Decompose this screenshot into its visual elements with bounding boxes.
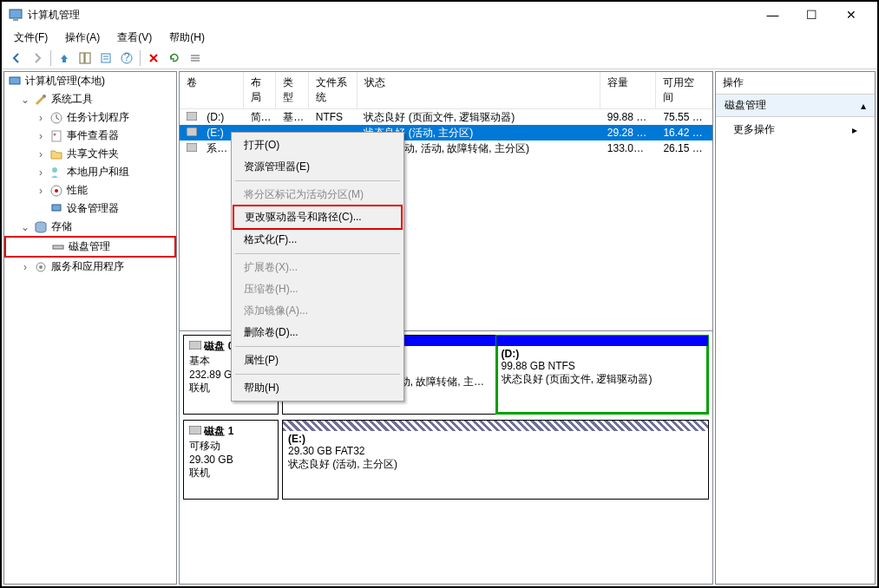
- list-icon: [189, 52, 201, 64]
- partition-e[interactable]: (E:) 29.30 GB FAT32 状态良好 (活动, 主分区): [283, 421, 708, 499]
- svg-rect-16: [52, 131, 61, 141]
- tree-task-scheduler[interactable]: ›任务计划程序: [4, 108, 176, 127]
- actions-more[interactable]: 更多操作 ▸: [716, 117, 875, 142]
- ctx-open[interactable]: 打开(O): [233, 134, 402, 156]
- ctx-format[interactable]: 格式化(F)...: [233, 229, 402, 251]
- ctx-help[interactable]: 帮助(H): [233, 377, 402, 399]
- disk-info[interactable]: 磁盘 1 可移动 29.30 GB 联机: [183, 420, 279, 500]
- drive-icon: [187, 143, 197, 152]
- ctx-extend: 扩展卷(X)...: [233, 257, 402, 278]
- disk-icon: [189, 426, 201, 434]
- tree-services-apps[interactable]: ›服务和应用程序: [4, 258, 176, 276]
- perf-icon: [49, 184, 63, 198]
- actions-header: 操作: [716, 72, 875, 95]
- disk-icon: [189, 341, 201, 350]
- event-icon: [49, 129, 63, 143]
- col-status[interactable]: 状态: [358, 72, 600, 108]
- tree-system-tools[interactable]: ⌄ 系统工具: [4, 90, 176, 108]
- forward-button[interactable]: [28, 49, 47, 68]
- delete-x-icon: [148, 52, 160, 64]
- svg-rect-30: [189, 426, 201, 434]
- svg-rect-2: [62, 59, 66, 62]
- volume-list-header: 卷 布局 类型 文件系统 状态 容量 可用空间: [180, 72, 712, 109]
- svg-point-17: [54, 133, 56, 135]
- titlebar: 计算机管理 — ☐ ✕: [2, 2, 877, 28]
- tree-disk-management[interactable]: 磁盘管理: [4, 236, 176, 258]
- toolbar: ?: [2, 47, 877, 69]
- ctx-mark-active: 将分区标记为活动分区(M): [233, 184, 402, 206]
- col-filesystem[interactable]: 文件系统: [309, 72, 358, 108]
- col-volume[interactable]: 卷: [180, 72, 244, 108]
- back-button[interactable]: [7, 49, 26, 68]
- folder-share-icon: [49, 147, 63, 161]
- ctx-delete-volume[interactable]: 删除卷(D)...: [233, 322, 402, 343]
- col-layout[interactable]: 布局: [244, 72, 277, 108]
- device-icon: [49, 202, 63, 216]
- clock-icon: [49, 111, 63, 125]
- menu-view[interactable]: 查看(V): [110, 29, 159, 47]
- minimize-button[interactable]: —: [753, 2, 792, 28]
- svg-rect-21: [52, 205, 61, 211]
- svg-rect-26: [187, 112, 197, 121]
- forward-icon: [31, 52, 43, 64]
- svg-rect-23: [53, 245, 63, 249]
- svg-point-25: [39, 265, 43, 269]
- drive-icon: [187, 112, 197, 121]
- refresh-button[interactable]: [165, 49, 184, 68]
- help-button[interactable]: ?: [117, 49, 136, 68]
- svg-rect-4: [85, 53, 90, 63]
- expander-icon[interactable]: ⌄: [20, 221, 30, 233]
- menubar: 文件(F) 操作(A) 查看(V) 帮助(H): [2, 28, 877, 47]
- tree-root[interactable]: 计算机管理(本地): [4, 72, 176, 90]
- volume-row[interactable]: (D:) 简单 基本 NTFS 状态良好 (页面文件, 逻辑驱动器) 99.88…: [180, 109, 712, 125]
- partition-header-bar: [496, 336, 709, 346]
- tree-shared-folders[interactable]: ›共享文件夹: [4, 145, 176, 163]
- properties-icon: [100, 52, 112, 64]
- tree-event-viewer[interactable]: ›事件查看器: [4, 127, 176, 145]
- computer-management-window: 计算机管理 — ☐ ✕ 文件(F) 操作(A) 查看(V) 帮助(H) ? 计算…: [0, 0, 879, 588]
- svg-rect-1: [13, 19, 18, 21]
- up-button[interactable]: [55, 49, 74, 68]
- svg-point-14: [43, 95, 46, 98]
- svg-rect-27: [187, 127, 197, 136]
- menu-help[interactable]: 帮助(H): [162, 29, 212, 47]
- properties-button[interactable]: [96, 49, 115, 68]
- col-capacity[interactable]: 容量: [600, 72, 657, 108]
- tree-local-users[interactable]: ›本地用户和组: [4, 163, 176, 181]
- menu-file[interactable]: 文件(F): [7, 29, 55, 47]
- show-hide-tree-icon: [79, 52, 91, 64]
- list-view-button[interactable]: [186, 49, 205, 68]
- delete-button[interactable]: [144, 49, 163, 68]
- up-icon: [58, 52, 70, 64]
- svg-rect-3: [80, 53, 84, 63]
- tree-storage[interactable]: ⌄存储: [4, 218, 176, 236]
- actions-disk-management[interactable]: 磁盘管理 ▴: [716, 95, 875, 117]
- maximize-button[interactable]: ☐: [792, 2, 831, 28]
- app-icon: [9, 8, 23, 22]
- disk-mgmt-icon: [51, 240, 65, 254]
- tree-device-manager[interactable]: 设备管理器: [4, 199, 176, 218]
- storage-icon: [34, 220, 48, 234]
- tree-performance[interactable]: ›性能: [4, 181, 176, 199]
- svg-rect-28: [187, 143, 197, 152]
- show-hide-tree-button[interactable]: [75, 49, 95, 68]
- window-title: 计算机管理: [28, 8, 753, 23]
- col-type[interactable]: 类型: [276, 72, 309, 108]
- svg-point-18: [52, 167, 57, 173]
- ctx-properties[interactable]: 属性(P): [233, 350, 402, 371]
- partition-d[interactable]: (D:) 99.88 GB NTFS 状态良好 (页面文件, 逻辑驱动器): [496, 336, 709, 414]
- svg-text:?: ?: [124, 52, 130, 63]
- ctx-change-drive-letter[interactable]: 更改驱动器号和路径(C)...: [233, 206, 402, 229]
- ctx-add-mirror: 添加镜像(A)...: [233, 300, 402, 322]
- ctx-shrink: 压缩卷(H)...: [233, 278, 402, 300]
- ctx-explorer[interactable]: 资源管理器(E): [233, 156, 402, 178]
- col-free[interactable]: 可用空间: [656, 72, 712, 108]
- collapse-icon: ▴: [861, 100, 866, 112]
- help-icon: ?: [121, 52, 133, 64]
- menu-action[interactable]: 操作(A): [58, 29, 107, 47]
- navigation-tree[interactable]: 计算机管理(本地) ⌄ 系统工具 ›任务计划程序 ›事件查看器 ›共享文件夹 ›…: [3, 71, 177, 585]
- users-icon: [49, 166, 63, 180]
- expander-icon[interactable]: ⌄: [20, 94, 30, 106]
- refresh-icon: [168, 52, 180, 64]
- close-button[interactable]: ✕: [831, 2, 870, 28]
